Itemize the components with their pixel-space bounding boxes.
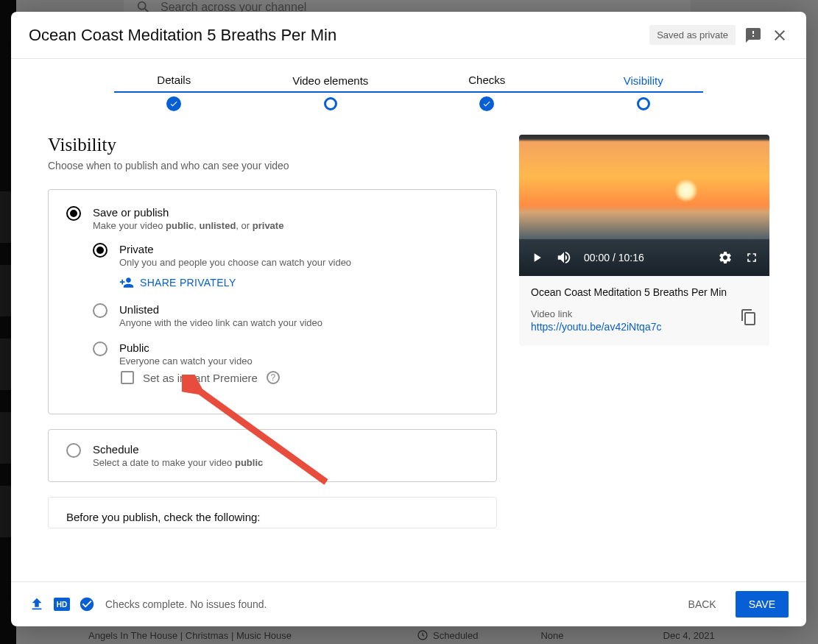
checks-heading: Before you publish, check the following: bbox=[66, 511, 479, 523]
footer-status: Checks complete. No issues found. bbox=[105, 598, 267, 610]
volume-icon[interactable] bbox=[556, 250, 572, 266]
settings-icon[interactable] bbox=[718, 250, 733, 265]
premiere-checkbox[interactable] bbox=[121, 371, 134, 384]
radio-unlisted[interactable] bbox=[93, 303, 107, 318]
dialog-title: Ocean Coast Meditation 5 Breaths Per Min bbox=[29, 26, 641, 45]
video-thumbnail[interactable]: 00:00 / 10:16 bbox=[519, 135, 769, 276]
radio-public[interactable] bbox=[93, 342, 107, 356]
copy-icon[interactable] bbox=[740, 308, 758, 329]
player-time: 00:00 / 10:16 bbox=[584, 252, 644, 263]
saved-badge: Saved as private bbox=[649, 25, 736, 45]
radio-private[interactable] bbox=[93, 243, 107, 258]
radio-save-publish[interactable] bbox=[66, 206, 81, 221]
save-button[interactable]: SAVE bbox=[736, 591, 789, 618]
stepper: Details Video elements Checks Visibility bbox=[11, 59, 806, 117]
feedback-icon[interactable] bbox=[744, 26, 762, 44]
radio-schedule[interactable] bbox=[66, 443, 81, 458]
svg-text:HD: HD bbox=[57, 601, 67, 609]
dialog-footer: HD Checks complete. No issues found. BAC… bbox=[11, 581, 806, 626]
close-icon[interactable] bbox=[771, 26, 789, 44]
upload-status-icon bbox=[29, 596, 45, 612]
public-desc: Everyone can watch your video bbox=[119, 355, 479, 367]
upload-dialog: Ocean Coast Meditation 5 Breaths Per Min… bbox=[11, 12, 806, 626]
visibility-heading: Visibility bbox=[48, 135, 497, 155]
private-title: Private bbox=[119, 243, 479, 255]
video-preview: 00:00 / 10:16 Ocean Coast Meditation 5 B… bbox=[519, 135, 769, 346]
link-label: Video link bbox=[531, 308, 661, 319]
back-button[interactable]: BACK bbox=[680, 591, 725, 618]
visibility-subheading: Choose when to publish and who can see y… bbox=[48, 160, 497, 171]
schedule-desc: Select a date to make your video public bbox=[93, 457, 479, 468]
dialog-header: Ocean Coast Meditation 5 Breaths Per Min… bbox=[11, 12, 806, 59]
save-publish-card: Save or publish Make your video public, … bbox=[48, 189, 497, 414]
play-icon[interactable] bbox=[529, 250, 544, 265]
public-title: Public bbox=[119, 342, 479, 354]
preview-title: Ocean Coast Meditation 5 Breaths Per Min bbox=[531, 286, 758, 298]
video-link[interactable]: https://youtu.be/av42iNtqa7c bbox=[531, 321, 661, 333]
pre-publish-checks: Before you publish, check the following: bbox=[48, 497, 497, 528]
save-publish-title: Save or publish bbox=[93, 206, 479, 219]
save-publish-desc: Make your video public, unlisted, or pri… bbox=[93, 220, 479, 231]
fullscreen-icon[interactable] bbox=[744, 250, 759, 265]
unlisted-desc: Anyone with the video link can watch you… bbox=[119, 317, 479, 328]
checks-complete-icon bbox=[79, 596, 95, 612]
private-desc: Only you and people you choose can watch… bbox=[119, 257, 479, 268]
help-icon[interactable]: ? bbox=[267, 371, 280, 384]
schedule-card[interactable]: Schedule Select a date to make your vide… bbox=[48, 429, 497, 482]
premiere-label: Set as instant Premiere bbox=[143, 372, 258, 384]
schedule-title: Schedule bbox=[93, 443, 479, 456]
share-privately-button[interactable]: SHARE PRIVATELY bbox=[119, 275, 479, 290]
unlisted-title: Unlisted bbox=[119, 303, 479, 316]
hd-badge-icon: HD bbox=[54, 598, 70, 611]
